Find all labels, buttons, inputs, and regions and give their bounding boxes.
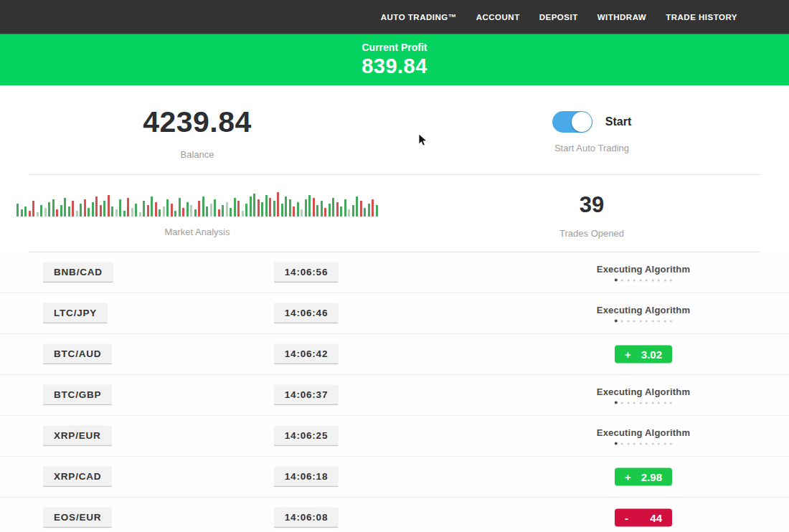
progress-dots: [597, 402, 690, 404]
chart-bar: [32, 201, 34, 217]
pair-chip: BNB/CAD: [43, 262, 113, 283]
chart-bar: [348, 209, 350, 217]
profit-badge: +2.98: [615, 468, 672, 486]
chart-bar: [226, 202, 228, 217]
trade-time: 14:06:08: [274, 508, 339, 528]
start-auto-trading-caption: Start Auto Trading: [394, 143, 789, 153]
market-analysis-label: Market Analysis: [0, 227, 394, 237]
chart-bar: [234, 198, 236, 217]
chart-bar: [336, 202, 339, 217]
chart-bar: [24, 206, 27, 217]
chart-bar: [253, 194, 255, 217]
trades-opened-section: 39 Trades Opened: [394, 191, 789, 239]
chart-bar: [242, 211, 244, 217]
profit-badge: +3.02: [615, 346, 672, 364]
chart-bar: [147, 205, 149, 217]
chart-bar: [222, 205, 224, 217]
chart-bar: [186, 202, 189, 217]
chart-bar: [285, 196, 287, 217]
chart-bar: [60, 205, 62, 217]
chart-bar: [163, 206, 165, 217]
chart-bar: [48, 202, 50, 217]
start-toggle-label: Start: [605, 115, 631, 128]
chart-bar: [250, 196, 252, 217]
chart-bar: [37, 212, 39, 217]
chart-bar: [356, 196, 358, 217]
chart-bar: [127, 198, 129, 217]
chart-bar: [111, 206, 113, 217]
chart-bar: [135, 204, 137, 217]
trade-time: 14:06:42: [274, 344, 339, 365]
pair-chip: BTC/AUD: [43, 344, 112, 365]
trade-status: Executing Algorithm: [597, 427, 690, 445]
market-analysis-section: Market Analysis: [0, 191, 394, 239]
chart-bar: [230, 208, 232, 217]
trade-time: 14:06:25: [274, 426, 339, 447]
chart-bar: [321, 201, 323, 217]
chart-bar: [139, 212, 141, 217]
trades-opened-label: Trades Opened: [394, 228, 789, 239]
chart-bar: [202, 196, 204, 217]
chart-bar: [301, 209, 303, 217]
chart-bar: [40, 205, 42, 217]
current-profit-label: Current Profit: [0, 42, 789, 53]
nav-item-deposit[interactable]: DEPOSIT: [539, 13, 578, 22]
pair-chip: LTC/JPY: [43, 303, 108, 324]
trade-status: Executing Algorithm: [597, 386, 690, 404]
start-auto-trading-toggle[interactable]: [552, 111, 592, 133]
nav-item-account[interactable]: ACCOUNT: [476, 13, 520, 22]
trade-status: Executing Algorithm: [597, 264, 690, 282]
chart-bar: [44, 208, 47, 217]
chart-bar: [179, 198, 181, 217]
chart-bar: [103, 201, 105, 217]
chart-bar: [29, 211, 31, 217]
chart-bar: [72, 201, 74, 217]
chart-bar: [131, 208, 133, 217]
chart-bar: [151, 196, 153, 217]
trade-status: +2.98: [615, 468, 672, 486]
nav-item-withdraw[interactable]: WITHDRAW: [597, 13, 647, 22]
trade-status: -44: [615, 509, 672, 527]
chart-bar: [305, 199, 307, 217]
balance-label: Balance: [0, 149, 394, 160]
chart-bar: [174, 211, 176, 217]
trade-row: EOS/EUR14:06:08-44: [0, 498, 789, 532]
chart-bar: [344, 199, 346, 217]
chart-bar: [245, 204, 247, 217]
chart-bar: [281, 204, 283, 217]
chart-bar: [194, 209, 197, 217]
executing-label: Executing Algorithm: [597, 427, 690, 438]
progress-dots: [597, 442, 690, 445]
chart-bar: [332, 198, 334, 217]
executing-label: Executing Algorithm: [597, 305, 690, 315]
chart-bar: [64, 198, 66, 217]
trade-row: XRP/EUR14:06:25Executing Algorithm: [0, 416, 789, 457]
chart-bar: [143, 201, 145, 217]
chart-bar: [210, 204, 212, 217]
trade-row: XRP/CAD14:06:18+2.98: [0, 457, 789, 498]
pair-chip: BTC/GBP: [43, 385, 112, 406]
chart-bar: [293, 206, 295, 217]
chart-bar: [119, 199, 121, 217]
chart-bar: [92, 202, 94, 217]
chart-bar: [329, 204, 331, 217]
nav-item-trade-history[interactable]: TRADE HISTORY: [666, 13, 737, 22]
pair-chip: EOS/EUR: [43, 508, 112, 528]
chart-bar: [56, 209, 58, 217]
chart-bar: [372, 199, 374, 217]
chart-bar: [155, 202, 157, 217]
trade-row: LTC/JPY14:06:46Executing Algorithm: [0, 293, 789, 334]
chart-bar: [352, 205, 354, 217]
pair-chip: XRP/EUR: [43, 426, 112, 447]
chart-bar: [182, 208, 184, 217]
chart-bar: [340, 206, 342, 217]
trade-status: +3.02: [615, 346, 672, 364]
current-profit-banner: Current Profit 839.84: [0, 34, 789, 85]
chart-bar: [84, 199, 86, 217]
balance-section: 4239.84 Balance: [0, 105, 394, 160]
trades-opened-value: 39: [394, 192, 789, 218]
toggle-knob: [572, 112, 592, 132]
chart-bar: [265, 195, 268, 217]
chart-bar: [68, 206, 70, 217]
nav-item-auto-trading[interactable]: AUTO TRADING™: [381, 13, 457, 22]
